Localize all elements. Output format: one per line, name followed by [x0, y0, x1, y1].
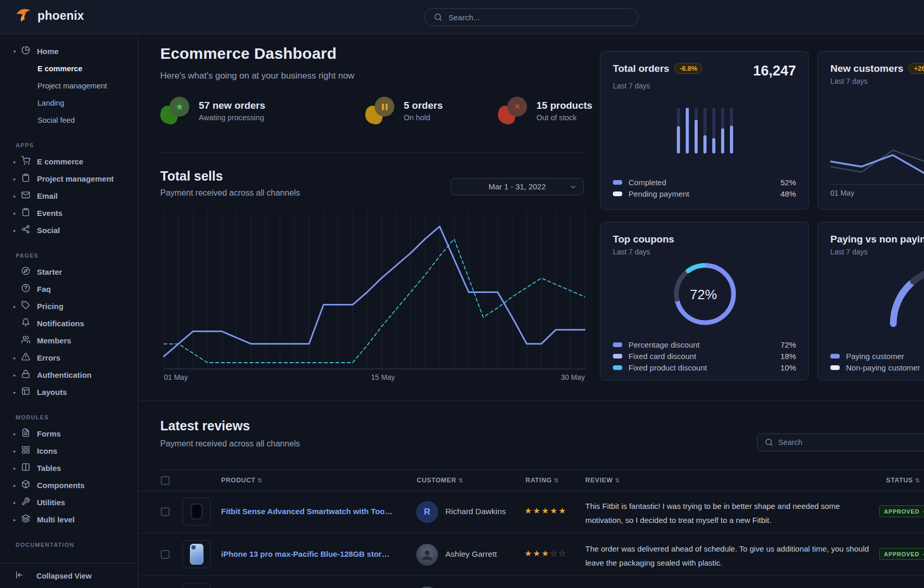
sidebar-item-label: Events: [37, 209, 62, 218]
review-row[interactable]: It's a Mac, after all. Once you've gone …: [138, 576, 924, 588]
sidebar-item-multi-level[interactable]: ▸Multi level: [0, 511, 138, 528]
sidebar-item-layouts[interactable]: ▸Layouts: [0, 384, 138, 401]
card-title: Total orders: [613, 63, 669, 74]
legend-swatch: [830, 354, 840, 359]
paying-card: Paying vs non paying Last 7 days Paying …: [817, 222, 924, 380]
paying-legend: Paying customer Non-paying customer: [830, 350, 924, 373]
sidebar-item-landing[interactable]: Landing: [0, 94, 138, 111]
bell-icon: [21, 318, 31, 329]
column-header-rating[interactable]: RATING⇅: [525, 477, 559, 484]
sidebar-item-forms[interactable]: ▸Forms: [0, 425, 138, 442]
sidebar-item-email[interactable]: ▸Email: [0, 187, 138, 204]
global-search[interactable]: [424, 8, 638, 26]
legend-row: Paying customer: [830, 350, 924, 362]
sidebar-item-label: E commerce: [37, 65, 82, 73]
sidebar-item-errors[interactable]: ▸Errors: [0, 349, 138, 366]
product-thumbnail: [183, 540, 211, 568]
legend-label: Fixed card discount: [628, 352, 696, 361]
legend-row: Percentage discount 72%: [613, 339, 796, 350]
sidebar-item-authentication[interactable]: ▸Authentication: [0, 366, 138, 384]
column-header-product[interactable]: PRODUCT⇅: [221, 477, 263, 484]
sidebar-item-project-management[interactable]: ▸Project management: [0, 170, 138, 187]
page-title: Ecommerce Dashboard: [160, 45, 337, 62]
brand-logo[interactable]: phoenix: [15, 7, 84, 24]
legend-value: 10%: [780, 363, 796, 372]
column-header-review[interactable]: REVIEW⇅: [585, 477, 620, 484]
row-checkbox[interactable]: [161, 550, 170, 559]
sidebar-item-members[interactable]: Members: [0, 332, 138, 349]
column-header-status[interactable]: STATUS⇅: [886, 477, 920, 484]
stat-value: 5 orders: [404, 100, 443, 111]
sidebar-item-components[interactable]: ▸Components: [0, 477, 138, 494]
caret-right-icon: ▸: [14, 500, 21, 505]
sidebar-item-faq[interactable]: Faq: [0, 280, 138, 298]
review-text: It's a Mac, after all. Once you've gone …: [585, 584, 878, 588]
alert-triangle-icon: [21, 352, 31, 363]
legend-row: Non-paying customer: [830, 362, 924, 373]
sidebar-item-icons[interactable]: ▸Icons: [0, 442, 138, 459]
caret-down-icon: ▾: [14, 49, 21, 54]
date-range-select[interactable]: Mar 1 - 31, 2022: [451, 178, 584, 195]
legend-swatch: [613, 354, 622, 359]
stat-caption: On hold: [404, 113, 443, 122]
users-icon: [21, 335, 31, 346]
star-icon: ★: [175, 101, 183, 112]
sidebar-item-social-feed[interactable]: Social feed: [0, 111, 138, 129]
axis-line: [830, 184, 924, 185]
sidebar-item-utilities[interactable]: ▸Utilities: [0, 494, 138, 511]
search-icon: [434, 13, 442, 21]
layers-icon: [21, 514, 31, 525]
card-title: Top coupons: [613, 234, 674, 245]
sidebar-item-tables[interactable]: ▸Tables: [0, 459, 138, 477]
collapse-view-label: Collapsed View: [36, 572, 92, 580]
sidebar-item-e-commerce[interactable]: ▸E commerce: [0, 153, 138, 170]
sidebar: ▾HomeE commerceProject managementLanding…: [0, 34, 138, 588]
box-icon: [21, 480, 31, 491]
compass-icon: [21, 266, 31, 277]
sidebar-item-e-commerce[interactable]: E commerce: [0, 60, 138, 77]
search-icon: [765, 438, 773, 446]
product-link[interactable]: iPhone 13 pro max-Pacific Blue-128GB sto…: [221, 549, 393, 558]
sidebar-item-pricing[interactable]: ▸Pricing: [0, 298, 138, 315]
sidebar-item-starter[interactable]: Starter: [0, 263, 138, 280]
sidebar-item-events[interactable]: ▸Events: [0, 204, 138, 222]
reviews-search[interactable]: [757, 433, 924, 451]
caret-right-icon: ▸: [14, 431, 21, 437]
legend-row: Pending payment 48%: [613, 188, 796, 199]
sidebar-item-label: Project management: [37, 82, 107, 90]
caret-right-icon: ▸: [14, 517, 21, 522]
legend-label: Paying customer: [846, 352, 904, 361]
legend-value: 52%: [780, 178, 796, 187]
svg-text:15 May: 15 May: [371, 373, 395, 381]
review-row[interactable]: iPhone 13 pro max-Pacific Blue-128GB sto…: [138, 533, 924, 576]
sidebar-item-label: Utilities: [37, 498, 65, 507]
sidebar-item-social[interactable]: ▸Social: [0, 222, 138, 239]
total-sells-subtitle: Payment received across all channels: [160, 188, 300, 198]
review-row[interactable]: Fitbit Sense Advanced Smartwatch with To…: [138, 491, 924, 533]
rating-stars: ★★★☆☆: [524, 548, 567, 558]
select-all-checkbox[interactable]: [161, 476, 170, 485]
card-period: Last 7 days: [613, 82, 796, 90]
top-navbar: phoenix: [0, 0, 924, 34]
collapse-view-button[interactable]: Collapsed View: [0, 563, 138, 588]
sidebar-item-label: Home: [37, 47, 59, 56]
svg-text:01 May: 01 May: [164, 373, 188, 381]
sidebar-item-label: Landing: [37, 99, 65, 107]
sidebar-item-notifications[interactable]: Notifications: [0, 315, 138, 332]
table-border: [160, 470, 924, 470]
column-header-customer[interactable]: CUSTOMER⇅: [417, 477, 464, 484]
sidebar-item-label: Project management: [37, 174, 114, 183]
row-checkbox[interactable]: [161, 507, 170, 516]
sidebar-item-project-management[interactable]: Project management: [0, 77, 138, 94]
legend-value: 18%: [780, 352, 796, 361]
reviews-search-input[interactable]: [778, 438, 924, 446]
date-range-value: Mar 1 - 31, 2022: [489, 182, 546, 191]
product-link[interactable]: Fitbit Sense Advanced Smartwatch with To…: [221, 507, 393, 516]
sidebar-section-label: DOCUMENTATION: [16, 542, 138, 548]
caret-right-icon: ▸: [14, 304, 21, 309]
legend-label: Pending payment: [628, 189, 689, 198]
global-search-input[interactable]: [448, 13, 628, 22]
sidebar-nav: ▾HomeE commerceProject managementLanding…: [0, 34, 138, 548]
new-customers-line-chart: [830, 139, 924, 181]
sidebar-item-home[interactable]: ▾Home: [0, 43, 138, 60]
